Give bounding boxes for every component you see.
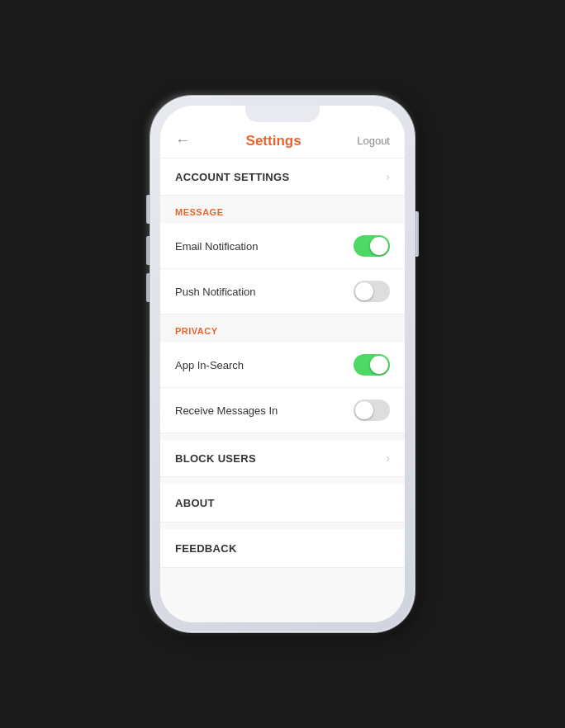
receive-messages-label: Receive Messages In: [175, 404, 278, 417]
about-row[interactable]: ABOUT: [160, 484, 405, 522]
push-notification-row: Push Notification: [160, 269, 405, 314]
account-settings-label: ACCOUNT SETTINGS: [175, 171, 289, 183]
logout-button[interactable]: Logout: [357, 135, 390, 147]
toggle-knob: [370, 237, 388, 255]
receive-messages-row: Receive Messages In: [160, 388, 405, 433]
toggle-knob: [355, 282, 373, 300]
email-notification-row: Email Notification: [160, 224, 405, 269]
phone-device: ← Settings Logout ACCOUNT SETTINGS › MES…: [150, 96, 415, 632]
about-label: ABOUT: [175, 497, 215, 509]
feedback-row[interactable]: FEEDBACK: [160, 529, 405, 568]
block-users-row[interactable]: BLOCK USERS ›: [160, 440, 405, 477]
push-notification-label: Push Notification: [175, 286, 256, 298]
message-group-header: MESSAGE: [160, 196, 405, 224]
back-button[interactable]: ←: [175, 132, 190, 149]
push-notification-toggle[interactable]: [354, 281, 390, 302]
feedback-label: FEEDBACK: [175, 542, 237, 555]
phone-notch: [245, 106, 320, 122]
phone-screen: ← Settings Logout ACCOUNT SETTINGS › MES…: [160, 106, 405, 622]
page-title: Settings: [246, 133, 301, 149]
privacy-group-label: PRIVACY: [175, 326, 218, 336]
app-header: ← Settings Logout: [160, 122, 405, 158]
toggle-knob: [355, 401, 373, 419]
email-notification-label: Email Notification: [175, 240, 258, 253]
app-insearch-toggle[interactable]: [354, 354, 390, 376]
spacer: [160, 477, 405, 484]
block-users-label: BLOCK USERS: [175, 452, 256, 465]
chevron-right-icon: ›: [386, 170, 390, 183]
app-insearch-row: App In-Search: [160, 343, 405, 388]
screen-content: ← Settings Logout ACCOUNT SETTINGS › MES…: [160, 122, 405, 622]
spacer: [160, 433, 405, 440]
toggle-knob: [370, 356, 388, 374]
chevron-right-icon: ›: [386, 451, 390, 465]
app-insearch-label: App In-Search: [175, 359, 244, 371]
message-group-label: MESSAGE: [175, 207, 224, 217]
account-settings-row[interactable]: ACCOUNT SETTINGS ›: [160, 158, 405, 196]
privacy-group-header: PRIVACY: [160, 314, 405, 343]
email-notification-toggle[interactable]: [354, 235, 390, 257]
spacer: [160, 522, 405, 529]
receive-messages-toggle[interactable]: [354, 399, 390, 421]
